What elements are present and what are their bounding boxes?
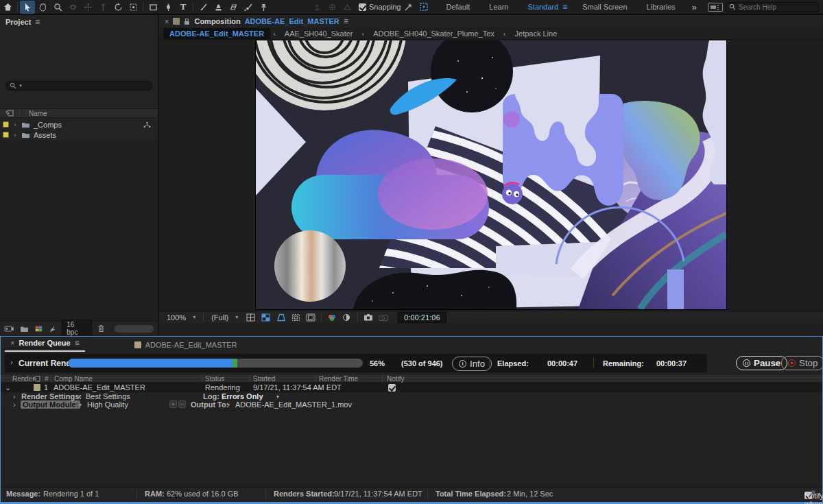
comp-tab[interactable]: Jetpack Line: [509, 28, 564, 39]
output-to-value[interactable]: ADOBE-AE_Edit_MASTER_1.mov: [235, 400, 352, 409]
brush-tool[interactable]: [195, 1, 211, 14]
total-elapsed-value: 2 Min, 12 Sec: [507, 490, 553, 498]
interpret-footage-icon[interactable]: [4, 325, 14, 333]
grid-guides-icon[interactable]: [244, 313, 257, 322]
clone-stamp-tool[interactable]: [211, 1, 226, 14]
snapping-control[interactable]: Snapping: [359, 3, 401, 11]
hand-tool[interactable]: [35, 1, 50, 14]
panel-menu-icon[interactable]: ≡: [35, 17, 40, 27]
home-icon[interactable]: [0, 1, 15, 14]
zoom-tool[interactable]: [50, 1, 65, 14]
chevron-down-icon[interactable]: ▾: [78, 394, 81, 400]
column-number[interactable]: #: [45, 375, 49, 383]
mask-visibility-icon[interactable]: [274, 313, 287, 322]
snap-options-icon[interactable]: [401, 1, 416, 14]
render-table-header[interactable]: Render # Comp Name Status Started Render…: [1, 374, 822, 383]
selection-tool[interactable]: [20, 1, 35, 14]
search-help-box[interactable]: [726, 2, 819, 12]
render-item-name[interactable]: ADOBE-AE_Edit_MASTER: [53, 383, 145, 392]
exposure-icon[interactable]: [341, 313, 353, 322]
info-button[interactable]: i Info: [452, 357, 492, 371]
comp-tab[interactable]: AAE_SH040_Skater: [278, 28, 359, 39]
render-queue-tab[interactable]: × Render Queue ≡: [5, 336, 85, 352]
magnification-dropdown[interactable]: 100% ▾: [163, 313, 199, 322]
chevron-right-icon[interactable]: ›: [13, 392, 16, 400]
render-settings-value[interactable]: Best Settings: [86, 392, 130, 400]
region-of-interest-icon[interactable]: [289, 313, 302, 322]
render-settings-label[interactable]: Render Settings:: [21, 392, 82, 400]
column-notify[interactable]: Notify: [387, 375, 405, 383]
title-action-safe-icon[interactable]: [305, 313, 317, 322]
pan-behind-tool[interactable]: [126, 1, 141, 14]
output-to-label: Output To:: [191, 400, 228, 409]
snapshot-camera-icon[interactable]: [362, 313, 374, 322]
pause-button[interactable]: Pause: [736, 356, 787, 370]
label-color-chip[interactable]: [3, 121, 9, 128]
color-depth-button[interactable]: 16 bpc: [62, 320, 92, 337]
log-dropdown[interactable]: Errors Only: [222, 392, 263, 400]
stop-button[interactable]: Stop: [781, 356, 823, 370]
mask-expansion-icon[interactable]: [416, 1, 431, 14]
lock-icon[interactable]: [184, 18, 190, 25]
chevron-right-icon[interactable]: ›: [12, 132, 18, 139]
project-search-field[interactable]: ▾: [5, 81, 152, 91]
output-module-value[interactable]: High Quality: [87, 400, 128, 409]
project-item-assets[interactable]: › Assets: [0, 130, 158, 140]
column-status[interactable]: Status: [205, 375, 224, 383]
chevron-down-icon[interactable]: ▾: [276, 394, 279, 400]
roto-brush-tool[interactable]: [241, 1, 256, 14]
chevron-right-icon[interactable]: ›: [12, 121, 18, 128]
column-started[interactable]: Started: [253, 375, 275, 383]
workspace-default[interactable]: Default: [436, 3, 479, 11]
close-icon[interactable]: ×: [10, 339, 14, 347]
timecode-display[interactable]: 0:00:21:06: [398, 312, 446, 323]
comp-tab[interactable]: ADOBE_SH040_Skater_Plume_Tex: [367, 28, 501, 39]
composition-tab[interactable]: ADOBE-AE_Edit_MASTER: [129, 339, 243, 352]
remove-output-module-button[interactable]: −: [178, 400, 186, 408]
composition-viewer[interactable]: 100% ▾ (Full) ▾: [159, 40, 823, 323]
chevron-open-icon[interactable]: ⌄: [5, 383, 11, 392]
proxy-icon[interactable]: [48, 325, 56, 333]
new-composition-icon[interactable]: [34, 325, 43, 333]
rotation-tool[interactable]: [110, 1, 126, 14]
horizontal-scrollbar-thumb[interactable]: [115, 325, 154, 333]
chevron-right-icon[interactable]: ›: [10, 358, 13, 366]
notify-checkbox[interactable]: [388, 384, 396, 392]
new-folder-icon[interactable]: [20, 325, 29, 333]
panel-menu-icon[interactable]: ≡: [344, 16, 348, 26]
workspace-bar-toggle-icon[interactable]: [708, 3, 723, 12]
chevron-down-icon[interactable]: ▾: [227, 402, 230, 408]
render-item-row[interactable]: ⌄ 1 ADOBE-AE_Edit_MASTER Rendering 9/17/…: [1, 383, 822, 392]
project-column-header[interactable]: Name: [0, 108, 158, 118]
workspace-standard[interactable]: Standard: [518, 3, 568, 11]
puppet-pin-tool[interactable]: [256, 1, 271, 14]
workspace-menu-icon[interactable]: ≡: [562, 2, 567, 12]
project-item-comps[interactable]: › _Comps: [0, 119, 158, 130]
workspace-libraries[interactable]: Libraries: [637, 3, 685, 11]
workspace-overflow-icon[interactable]: »: [685, 2, 704, 12]
add-output-module-button[interactable]: +: [169, 400, 177, 408]
column-comp-name[interactable]: Comp Name: [54, 375, 93, 383]
pen-tool[interactable]: [160, 1, 176, 14]
close-icon[interactable]: ×: [165, 17, 169, 25]
renders-started-value: 9/17/21, 11:37:54 AM EDT: [334, 490, 422, 498]
output-module-label[interactable]: Output Module:: [21, 400, 80, 409]
workspace-small-screen[interactable]: Small Screen: [573, 3, 636, 11]
snapping-checkbox[interactable]: [359, 3, 366, 11]
channels-icon[interactable]: [326, 313, 338, 322]
eraser-tool[interactable]: [226, 1, 241, 14]
trash-icon[interactable]: [97, 324, 105, 333]
workspace-learn[interactable]: Learn: [479, 3, 518, 11]
search-help-input[interactable]: [739, 3, 807, 11]
resolution-dropdown[interactable]: (Full) ▾: [208, 313, 241, 322]
rectangle-tool[interactable]: [145, 1, 160, 14]
panel-menu-icon[interactable]: ≡: [75, 338, 80, 348]
comp-tab[interactable]: ADOBE-AE_Edit_MASTER: [163, 28, 270, 39]
label-color-chip[interactable]: [3, 132, 9, 138]
transparency-grid-icon[interactable]: [259, 313, 272, 322]
type-tool[interactable]: T: [176, 1, 191, 14]
comp-color-chip[interactable]: [34, 384, 40, 391]
chevron-right-icon[interactable]: ›: [13, 400, 16, 409]
chevron-down-icon[interactable]: ▾: [79, 402, 82, 408]
column-render-time[interactable]: Render Time: [319, 375, 358, 383]
